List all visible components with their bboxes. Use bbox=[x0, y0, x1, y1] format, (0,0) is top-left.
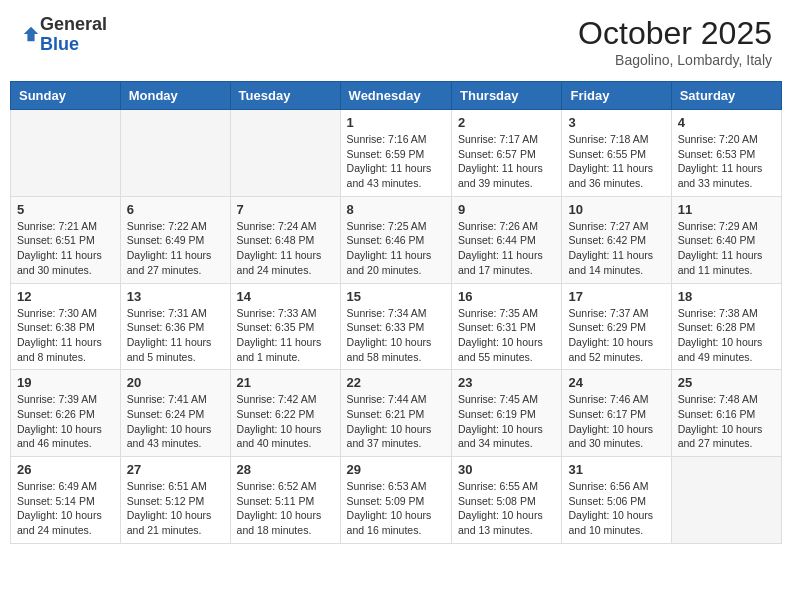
weekday-header-sunday: Sunday bbox=[11, 82, 121, 110]
calendar-cell: 13Sunrise: 7:31 AM Sunset: 6:36 PM Dayli… bbox=[120, 283, 230, 370]
calendar-cell: 9Sunrise: 7:26 AM Sunset: 6:44 PM Daylig… bbox=[452, 196, 562, 283]
logo-general: General bbox=[40, 15, 107, 35]
location: Bagolino, Lombardy, Italy bbox=[578, 52, 772, 68]
calendar-cell: 29Sunrise: 6:53 AM Sunset: 5:09 PM Dayli… bbox=[340, 457, 451, 544]
calendar: SundayMondayTuesdayWednesdayThursdayFrid… bbox=[10, 81, 782, 544]
day-info: Sunrise: 7:27 AM Sunset: 6:42 PM Dayligh… bbox=[568, 219, 664, 278]
day-info: Sunrise: 6:55 AM Sunset: 5:08 PM Dayligh… bbox=[458, 479, 555, 538]
day-number: 7 bbox=[237, 202, 334, 217]
day-number: 18 bbox=[678, 289, 775, 304]
day-number: 20 bbox=[127, 375, 224, 390]
day-number: 2 bbox=[458, 115, 555, 130]
calendar-cell bbox=[671, 457, 781, 544]
calendar-cell: 16Sunrise: 7:35 AM Sunset: 6:31 PM Dayli… bbox=[452, 283, 562, 370]
day-info: Sunrise: 7:22 AM Sunset: 6:49 PM Dayligh… bbox=[127, 219, 224, 278]
day-number: 19 bbox=[17, 375, 114, 390]
weekday-header-monday: Monday bbox=[120, 82, 230, 110]
calendar-cell: 25Sunrise: 7:48 AM Sunset: 6:16 PM Dayli… bbox=[671, 370, 781, 457]
day-info: Sunrise: 7:24 AM Sunset: 6:48 PM Dayligh… bbox=[237, 219, 334, 278]
day-number: 3 bbox=[568, 115, 664, 130]
day-number: 4 bbox=[678, 115, 775, 130]
svg-marker-0 bbox=[24, 27, 38, 41]
day-number: 28 bbox=[237, 462, 334, 477]
calendar-week-4: 19Sunrise: 7:39 AM Sunset: 6:26 PM Dayli… bbox=[11, 370, 782, 457]
calendar-cell: 17Sunrise: 7:37 AM Sunset: 6:29 PM Dayli… bbox=[562, 283, 671, 370]
day-number: 27 bbox=[127, 462, 224, 477]
day-info: Sunrise: 7:26 AM Sunset: 6:44 PM Dayligh… bbox=[458, 219, 555, 278]
day-info: Sunrise: 7:30 AM Sunset: 6:38 PM Dayligh… bbox=[17, 306, 114, 365]
calendar-cell: 24Sunrise: 7:46 AM Sunset: 6:17 PM Dayli… bbox=[562, 370, 671, 457]
weekday-header-friday: Friday bbox=[562, 82, 671, 110]
day-info: Sunrise: 7:17 AM Sunset: 6:57 PM Dayligh… bbox=[458, 132, 555, 191]
calendar-cell: 1Sunrise: 7:16 AM Sunset: 6:59 PM Daylig… bbox=[340, 110, 451, 197]
day-info: Sunrise: 7:42 AM Sunset: 6:22 PM Dayligh… bbox=[237, 392, 334, 451]
day-number: 30 bbox=[458, 462, 555, 477]
day-info: Sunrise: 7:21 AM Sunset: 6:51 PM Dayligh… bbox=[17, 219, 114, 278]
weekday-header-row: SundayMondayTuesdayWednesdayThursdayFrid… bbox=[11, 82, 782, 110]
calendar-cell: 7Sunrise: 7:24 AM Sunset: 6:48 PM Daylig… bbox=[230, 196, 340, 283]
day-number: 31 bbox=[568, 462, 664, 477]
day-number: 11 bbox=[678, 202, 775, 217]
day-number: 1 bbox=[347, 115, 445, 130]
day-info: Sunrise: 7:20 AM Sunset: 6:53 PM Dayligh… bbox=[678, 132, 775, 191]
day-info: Sunrise: 7:16 AM Sunset: 6:59 PM Dayligh… bbox=[347, 132, 445, 191]
day-number: 9 bbox=[458, 202, 555, 217]
calendar-cell bbox=[11, 110, 121, 197]
day-number: 17 bbox=[568, 289, 664, 304]
calendar-week-2: 5Sunrise: 7:21 AM Sunset: 6:51 PM Daylig… bbox=[11, 196, 782, 283]
calendar-cell: 6Sunrise: 7:22 AM Sunset: 6:49 PM Daylig… bbox=[120, 196, 230, 283]
page-header: General Blue October 2025 Bagolino, Lomb… bbox=[10, 10, 782, 73]
weekday-header-thursday: Thursday bbox=[452, 82, 562, 110]
day-number: 22 bbox=[347, 375, 445, 390]
day-info: Sunrise: 7:48 AM Sunset: 6:16 PM Dayligh… bbox=[678, 392, 775, 451]
day-info: Sunrise: 7:45 AM Sunset: 6:19 PM Dayligh… bbox=[458, 392, 555, 451]
day-number: 29 bbox=[347, 462, 445, 477]
calendar-cell: 22Sunrise: 7:44 AM Sunset: 6:21 PM Dayli… bbox=[340, 370, 451, 457]
calendar-cell: 27Sunrise: 6:51 AM Sunset: 5:12 PM Dayli… bbox=[120, 457, 230, 544]
day-info: Sunrise: 7:33 AM Sunset: 6:35 PM Dayligh… bbox=[237, 306, 334, 365]
weekday-header-saturday: Saturday bbox=[671, 82, 781, 110]
calendar-cell: 28Sunrise: 6:52 AM Sunset: 5:11 PM Dayli… bbox=[230, 457, 340, 544]
calendar-cell: 23Sunrise: 7:45 AM Sunset: 6:19 PM Dayli… bbox=[452, 370, 562, 457]
day-number: 26 bbox=[17, 462, 114, 477]
logo-blue: Blue bbox=[40, 35, 107, 55]
calendar-cell: 8Sunrise: 7:25 AM Sunset: 6:46 PM Daylig… bbox=[340, 196, 451, 283]
day-number: 12 bbox=[17, 289, 114, 304]
calendar-week-1: 1Sunrise: 7:16 AM Sunset: 6:59 PM Daylig… bbox=[11, 110, 782, 197]
day-info: Sunrise: 6:56 AM Sunset: 5:06 PM Dayligh… bbox=[568, 479, 664, 538]
day-number: 8 bbox=[347, 202, 445, 217]
day-info: Sunrise: 7:41 AM Sunset: 6:24 PM Dayligh… bbox=[127, 392, 224, 451]
day-number: 6 bbox=[127, 202, 224, 217]
day-info: Sunrise: 7:25 AM Sunset: 6:46 PM Dayligh… bbox=[347, 219, 445, 278]
calendar-cell: 15Sunrise: 7:34 AM Sunset: 6:33 PM Dayli… bbox=[340, 283, 451, 370]
calendar-cell: 21Sunrise: 7:42 AM Sunset: 6:22 PM Dayli… bbox=[230, 370, 340, 457]
day-info: Sunrise: 7:34 AM Sunset: 6:33 PM Dayligh… bbox=[347, 306, 445, 365]
calendar-cell: 2Sunrise: 7:17 AM Sunset: 6:57 PM Daylig… bbox=[452, 110, 562, 197]
day-number: 21 bbox=[237, 375, 334, 390]
calendar-cell: 20Sunrise: 7:41 AM Sunset: 6:24 PM Dayli… bbox=[120, 370, 230, 457]
calendar-cell: 5Sunrise: 7:21 AM Sunset: 6:51 PM Daylig… bbox=[11, 196, 121, 283]
calendar-cell: 19Sunrise: 7:39 AM Sunset: 6:26 PM Dayli… bbox=[11, 370, 121, 457]
day-number: 13 bbox=[127, 289, 224, 304]
day-number: 15 bbox=[347, 289, 445, 304]
calendar-cell: 11Sunrise: 7:29 AM Sunset: 6:40 PM Dayli… bbox=[671, 196, 781, 283]
weekday-header-wednesday: Wednesday bbox=[340, 82, 451, 110]
day-info: Sunrise: 7:18 AM Sunset: 6:55 PM Dayligh… bbox=[568, 132, 664, 191]
calendar-week-3: 12Sunrise: 7:30 AM Sunset: 6:38 PM Dayli… bbox=[11, 283, 782, 370]
calendar-cell: 30Sunrise: 6:55 AM Sunset: 5:08 PM Dayli… bbox=[452, 457, 562, 544]
calendar-cell: 18Sunrise: 7:38 AM Sunset: 6:28 PM Dayli… bbox=[671, 283, 781, 370]
logo-text: General Blue bbox=[40, 15, 107, 55]
calendar-cell: 10Sunrise: 7:27 AM Sunset: 6:42 PM Dayli… bbox=[562, 196, 671, 283]
title-section: October 2025 Bagolino, Lombardy, Italy bbox=[578, 15, 772, 68]
logo: General Blue bbox=[20, 15, 107, 55]
day-info: Sunrise: 7:31 AM Sunset: 6:36 PM Dayligh… bbox=[127, 306, 224, 365]
day-number: 14 bbox=[237, 289, 334, 304]
day-number: 25 bbox=[678, 375, 775, 390]
day-info: Sunrise: 7:39 AM Sunset: 6:26 PM Dayligh… bbox=[17, 392, 114, 451]
day-info: Sunrise: 6:51 AM Sunset: 5:12 PM Dayligh… bbox=[127, 479, 224, 538]
day-number: 16 bbox=[458, 289, 555, 304]
day-number: 24 bbox=[568, 375, 664, 390]
calendar-week-5: 26Sunrise: 6:49 AM Sunset: 5:14 PM Dayli… bbox=[11, 457, 782, 544]
day-info: Sunrise: 7:38 AM Sunset: 6:28 PM Dayligh… bbox=[678, 306, 775, 365]
calendar-cell: 14Sunrise: 7:33 AM Sunset: 6:35 PM Dayli… bbox=[230, 283, 340, 370]
